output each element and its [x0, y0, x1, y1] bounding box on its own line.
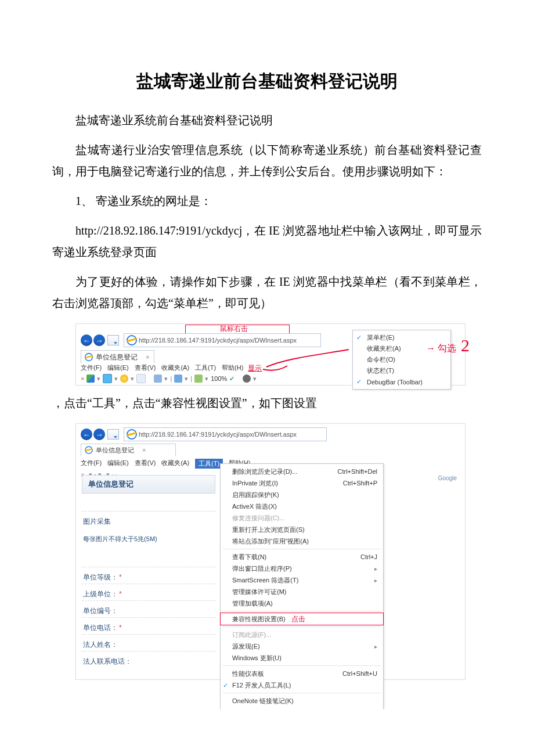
menu-tools[interactable]: 工具(T) [195, 459, 223, 469]
tools-item[interactable]: 弹出窗口阻止程序(P)▸ [221, 563, 383, 574]
annot-arrow-icon [262, 348, 355, 377]
tools-item[interactable]: 管理媒体许可证(M) [221, 586, 383, 597]
close-icon[interactable]: × [81, 375, 84, 382]
menu-edit[interactable]: 编辑(E) [107, 459, 129, 469]
menu-tools[interactable]: 工具(T) [195, 363, 216, 373]
menu-fav[interactable]: 收藏夹(A) [161, 459, 189, 469]
address-bar[interactable]: http://218.92.186.147:9191/yckdycj/aspx/… [124, 333, 321, 347]
para-url: http://218.92.186.147:9191/yckdycj，在 IE … [52, 220, 482, 263]
tab-close[interactable]: × [146, 354, 149, 361]
tools-item[interactable]: 删除浏览历史记录(D)...Ctrl+Shift+Del [221, 466, 383, 477]
tools-dropdown: 删除浏览历史记录(D)...Ctrl+Shift+DelInPrivate 浏览… [220, 463, 384, 709]
tools-item[interactable]: ✓F12 开发人员工具(L) [221, 679, 383, 691]
form-field: 上级单位：* [82, 584, 215, 600]
menu-file[interactable]: 文件(F) [81, 459, 102, 469]
tools-item[interactable]: 查看下载(N)Ctrl+J [221, 551, 383, 563]
camera-icon[interactable] [154, 375, 162, 383]
menu-separator [223, 693, 381, 693]
ie-toolbar: × ▾ ▾ ▾ ▾ | ▾ | ▾ 100% ✔ [81, 374, 257, 383]
tab-label: 单位信息登记 [96, 352, 138, 362]
tools-item[interactable]: 修复连接问题(C)... [221, 512, 383, 524]
tab-close[interactable]: × [142, 447, 146, 453]
annot-rightclick: 鼠标右击 [220, 324, 248, 334]
form-field: 法人姓名： [82, 634, 215, 651]
box-icon[interactable] [136, 374, 146, 383]
tools-item[interactable]: OneNote 链接笔记(K) [221, 695, 383, 707]
form-field: 单位电话：* [82, 617, 215, 634]
form-section-images: 图片采集 每张图片不得大于5兆(5M) [82, 511, 215, 567]
annot-show: 显示 [248, 363, 262, 373]
tools-item[interactable]: 重新打开上次浏览页面(S) [221, 524, 383, 535]
tab-addon-icon[interactable] [107, 335, 119, 345]
check-icon[interactable]: ✔ [229, 375, 234, 383]
screenshot-ie-menubar: 鼠标右击 ← → http://218.92.186.147:9191/yckd… [75, 323, 466, 386]
para-step1: 1、 寄递业系统的网址是： [52, 190, 482, 212]
address-text: http://218.92.186.147:9191/yckdycj/aspx/… [139, 431, 297, 438]
tools-item[interactable]: InPrivate 浏览(I)Ctrl+Shift+P [221, 477, 383, 489]
menu-separator [223, 549, 381, 549]
tools-item[interactable]: 管理加载项(A) [221, 597, 383, 609]
wand-icon[interactable] [174, 375, 182, 383]
ctx-statusbar[interactable]: 状态栏(T) [353, 365, 450, 376]
screenshot-ie-tools-menu: ← → http://218.92.186.147:9191/yckdycj/a… [75, 423, 466, 680]
browser-tab[interactable]: 单位信息登记 × [81, 350, 154, 363]
ie-icon [85, 353, 93, 361]
browser-tab[interactable]: 单位信息登记 × [81, 444, 176, 456]
address-text: http://218.92.186.147:9191/yckdycj/aspx/… [139, 337, 297, 344]
tools-item[interactable]: 启用跟踪保护(K) [221, 489, 383, 501]
ie-icon [127, 335, 137, 345]
ctx-cmdbar[interactable]: 命令栏(O) [353, 354, 450, 365]
menu-edit[interactable]: 编辑(E) [107, 363, 129, 373]
tools-item[interactable]: 订阅此源(F)... [221, 629, 383, 640]
nav-forward-button[interactable]: → [93, 334, 105, 346]
leaf-icon[interactable] [194, 375, 203, 383]
ie-icon [127, 429, 137, 440]
menu-view[interactable]: 查看(V) [135, 459, 156, 469]
address-bar[interactable]: http://218.92.186.147:9191/yckdycj/aspx/… [124, 427, 327, 441]
menu-help[interactable]: 帮助(H) [222, 363, 243, 373]
menu-separator [223, 627, 381, 627]
para-tip: 为了更好的体验，请操作如下步骤，在 IE 浏览器中找菜单栏（看不到菜单栏，右击浏… [52, 271, 482, 314]
nav-back-button[interactable]: ← [81, 334, 92, 346]
bug-icon[interactable] [243, 375, 251, 383]
addon-icon[interactable] [86, 375, 95, 383]
tools-item[interactable]: 兼容性视图设置(B)点击 [221, 613, 383, 625]
ie-icon [85, 446, 93, 454]
annot-check: → 勾选 2 [426, 336, 470, 355]
tab-label: 单位信息登记 [96, 446, 134, 455]
tools-item[interactable]: 性能仪表板Ctrl+Shift+U [221, 668, 383, 679]
menu-view[interactable]: 查看(V) [135, 363, 156, 373]
tools-item[interactable]: 将站点添加到“应用”视图(A) [221, 535, 383, 547]
nav-forward-button[interactable]: → [93, 429, 105, 440]
tools-item[interactable]: ActiveX 筛选(X) [221, 501, 383, 512]
right-toolbar-label: Google [438, 475, 457, 481]
ie-menubar: 文件(F) 编辑(E) 查看(V) 收藏夹(A) 工具(T) 帮助(H) 显示 [81, 363, 262, 373]
para-subtitle: 盐城寄递业系统前台基础资料登记说明 [52, 110, 482, 131]
tools-item[interactable]: SmartScreen 筛选器(T)▸ [221, 574, 383, 586]
tools-item[interactable]: 发送至 OneNote(N) [221, 707, 383, 709]
doc-title: 盐城寄递业前台基础资料登记说明 [52, 70, 482, 93]
tools-item[interactable]: 源发现(E)▸ [221, 640, 383, 652]
para-intro: 盐城寄递行业治安管理信息系统（以下简称寄递业系统）前台基础资料登记查询，用于电脑… [52, 139, 482, 182]
form-field: 单位等级：* [82, 567, 215, 584]
menu-separator [223, 611, 381, 611]
tools-item[interactable]: Windows 更新(U) [221, 652, 383, 664]
menu-file[interactable]: 文件(F) [81, 363, 102, 373]
menu-fav[interactable]: 收藏夹(A) [161, 363, 189, 373]
sun-icon[interactable] [120, 375, 128, 383]
form-title: 单位信息登记 [82, 475, 215, 494]
form-field: 单位编号： [82, 600, 215, 617]
menu-separator [223, 665, 381, 666]
tab-addon-icon[interactable] [107, 429, 119, 440]
ctx-debugbar[interactable]: ✓DebugBar (Toolbar) [353, 376, 450, 387]
play-icon[interactable] [103, 374, 112, 383]
nav-back-button[interactable]: ← [81, 429, 92, 440]
form-field: 法人联系电话： [82, 651, 215, 668]
page-form: 单位信息登记 图片采集 每张图片不得大于5兆(5M) 单位等级：*上级单位：*单… [82, 475, 215, 668]
zoom-label: 100% [211, 375, 227, 382]
para-compat: ，点击“工具”，点击“兼容性视图设置”，如下图设置 [52, 393, 482, 414]
